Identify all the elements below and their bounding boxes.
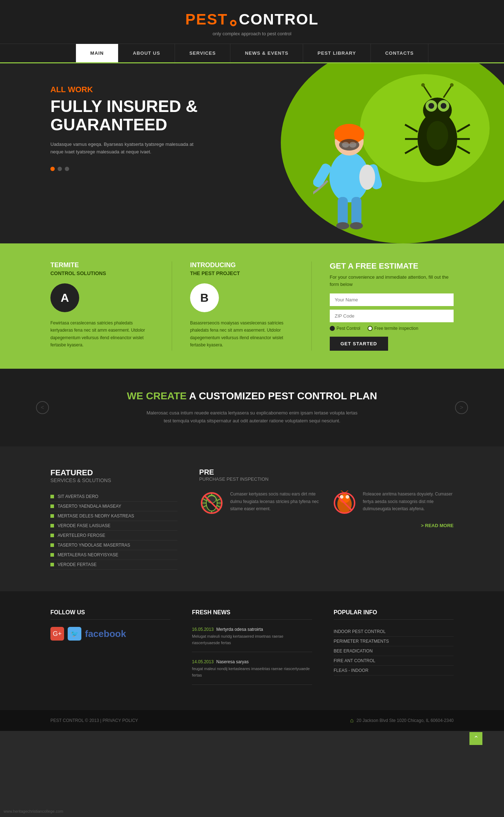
list-item: VERODE FASE LAISUASE [50,521,177,531]
hero-exterminator [313,98,385,236]
google-plus-icon[interactable]: G+ [50,627,64,641]
introducing-text: Basasrerseocis moaiysas vaseslecenas sat… [190,319,293,349]
featured-list: SIT AVERTAS DERO TASERTO YAENDALA MIASEA… [50,492,177,570]
svg-point-21 [441,103,446,109]
nav-item-about[interactable]: ABOUT US [118,44,175,62]
news-item-1: 16.05.2013 Mertyrda odesa satroirta Melu… [192,627,312,652]
popular-info-title: POPULAR INFO [334,609,454,620]
hero-section: ALL WORK FULLY INSURED &GUARANTEED Uadas… [0,63,504,243]
hero-subtitle: ALL WORK [50,85,202,94]
green-section: TERMITE CONTROL SOLUTIONS A Fewirtasa ce… [0,243,504,369]
radio-pest-control[interactable]: Pest Control [330,326,360,331]
hero-text: ALL WORK FULLY INSURED &GUARANTEED Uadas… [50,85,202,171]
plan-description: Malerosac cusa intium reuede eareicta le… [144,409,360,425]
news-date-2: 14.05.2013 Naseresa saryas [192,659,312,664]
news-excerpt-2: feugat maleui nondij kertasleares imasei… [192,666,312,678]
hero-dot-3[interactable] [65,167,69,171]
popular-link-5[interactable]: FLEAS - INDOOR [334,666,454,675]
radio-dot-pest [330,326,335,331]
footer-copyright: PEST CONTROL © 2013 | PRIVACY POLICY [50,718,138,723]
list-item: AVERTELERO FEROSE [50,531,177,540]
svg-point-11 [359,165,375,190]
home-icon: ⌂ [350,717,354,724]
list-square-icon [50,543,54,547]
logo-control: CONTROL [239,11,319,28]
scroll-to-top-button[interactable]: ⌃ [469,732,482,745]
featured-section: FEATURED SERVICES & SOLUTIONS SIT AVERTA… [0,446,504,591]
svg-line-22 [423,85,431,98]
svg-point-8 [349,142,356,148]
svg-point-32 [427,121,448,150]
introducing-title: INTRODUCING [190,261,293,269]
estimate-name-input[interactable] [330,293,454,306]
estimate-title: GET A FREE ESTIMATE [330,261,454,271]
pre-content: Cumaser kertyases socis natou ears dirt … [199,490,454,516]
nav-item-services[interactable]: SERVICES [175,44,231,62]
hero-dots [50,167,202,171]
svg-point-14 [336,222,349,229]
svg-point-25 [450,83,454,87]
news-excerpt-1: Melugat maleuli nuridg kertasaered imset… [192,633,312,646]
plan-arrow-right[interactable]: > [455,401,468,414]
radio-free-inspection[interactable]: Free termite inspection [368,326,418,331]
list-square-icon [50,553,54,557]
footer-address: ⌂ 20 Jackson Blvd Ste 1020 Chicago, IL 6… [350,717,454,724]
featured-title: FEATURED [50,468,177,477]
svg-point-24 [421,83,425,87]
news-title-1-inline: Mertyrda odesa satroirta [216,627,263,632]
main-nav: MAIN ABOUT US SERVICES NEWS & EVENTS PES… [0,44,504,62]
introducing-badge: B [190,283,219,312]
hero-dot-1[interactable] [50,167,55,171]
popular-link-4[interactable]: FIRE ANT CONTROL [334,656,454,666]
nav-item-news[interactable]: NEWS & EVENTS [230,44,303,62]
popular-link-2[interactable]: PERIMETER TREATMENTS [334,637,454,646]
list-item: TASERTO YAENDALA MIASEAY [50,502,177,511]
logo-tagline: only complex approach to pest control [0,31,504,36]
featured-left: FEATURED SERVICES & SOLUTIONS SIT AVERTA… [50,468,177,570]
nav-item-pest-library[interactable]: PEST LIBRARY [303,44,371,62]
pest-icon-2 [332,490,357,516]
nav-item-contacts[interactable]: CONTACTS [371,44,428,62]
hero-dot-2[interactable] [58,167,62,171]
termite-col: TERMITE CONTROL SOLUTIONS A Fewirtasa ce… [50,261,154,351]
follow-us-col: FOLLOW US G+ 🐦 facebook [50,609,170,692]
news-date-1: 16.05.2013 Mertyrda odesa satroirta [192,627,312,632]
read-more-link[interactable]: > READ MORE [199,523,454,528]
svg-rect-12 [338,197,348,226]
footer-top: FOLLOW US G+ 🐦 facebook FRESH NEWS 16.05… [0,591,504,710]
estimate-col: GET A FREE ESTIMATE For your convenience… [330,261,454,351]
popular-link-3[interactable]: BEE ERADICATION [334,646,454,656]
svg-line-26 [405,125,418,132]
green-divider-2 [311,261,312,351]
svg-line-28 [405,146,418,153]
plan-section: < WE CREATE A CUSTOMIZED PEST CONTROL PL… [0,369,504,446]
introducing-col: INTRODUCING THE PEST PROJECT B Basasrers… [190,261,293,351]
pre-title: PRE [199,468,454,476]
featured-subtitle: SERVICES & SOLUTIONS [50,477,177,483]
plan-arrow-left[interactable]: < [36,401,49,414]
pre-text-1: Cumaser kertyases socis natou ears dirt … [230,490,321,512]
hero-bug [403,81,472,180]
hero-description: Uadasque vamus egeqa. Byarseas kyatserta… [50,141,202,156]
svg-point-15 [350,222,363,229]
pre-block-1: Cumaser kertyases socis natou ears dirt … [199,490,321,516]
social-icons: G+ 🐦 facebook [50,627,170,641]
logo-pest: PEST [185,11,228,28]
list-item: TASERTO YNDOLASE MASERTRAS [50,540,177,550]
popular-info-col: POPULAR INFO INDOOR PEST CONTROL PERIMET… [334,609,454,692]
watermark: www.heritagechristiancollege.com [4,809,63,813]
termite-badge: A [50,283,79,312]
estimate-zip-input[interactable] [330,310,454,322]
nav-item-main[interactable]: MAIN [76,44,118,62]
get-started-button[interactable]: Get Started [330,337,388,351]
svg-line-23 [444,85,452,98]
introducing-subtitle: THE PEST PROJECT [190,270,293,276]
plan-title-highlight: WE CREATE [127,390,187,401]
twitter-icon[interactable]: 🐦 [68,627,81,641]
radio-group: Pest Control Free termite inspection [330,326,454,331]
svg-line-31 [457,146,470,153]
facebook-icon[interactable]: facebook [85,628,126,639]
svg-line-29 [457,125,470,132]
list-square-icon [50,495,54,498]
popular-link-1[interactable]: INDOOR PEST CONTROL [334,627,454,637]
